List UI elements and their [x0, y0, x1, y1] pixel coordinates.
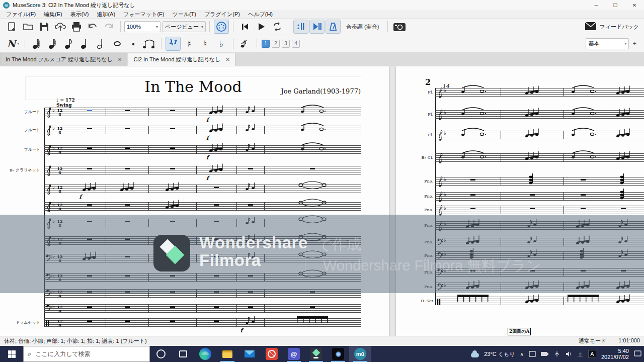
flat-button[interactable]: ♭ — [214, 37, 229, 51]
cortana-button[interactable] — [150, 346, 172, 362]
notes-group[interactable] — [207, 104, 225, 118]
staff-label[interactable]: Fl. — [398, 133, 433, 137]
notes-group[interactable] — [244, 141, 257, 154]
tab-close-icon[interactable]: ✕ — [118, 57, 122, 62]
duration-half-button[interactable] — [94, 37, 109, 51]
notes-group[interactable] — [523, 127, 541, 141]
dynamic-forte[interactable]: f — [240, 327, 243, 334]
staff-label[interactable]: Fl. — [398, 112, 433, 117]
notes-group[interactable] — [244, 104, 257, 117]
note-input-button[interactable]: N▾ — [6, 37, 21, 51]
natural-button[interactable]: ♮ — [198, 37, 213, 51]
play-repeats-toggle[interactable] — [309, 20, 325, 34]
dynamic-forte[interactable]: f — [206, 117, 209, 123]
notes-group[interactable] — [459, 106, 487, 120]
staff-label[interactable]: Pno. — [398, 179, 433, 184]
battery-icon[interactable] — [541, 351, 549, 356]
taskbar-explorer-button[interactable] — [216, 346, 238, 362]
rehearsal-annotation[interactable]: 2回目のA — [508, 328, 531, 335]
notes-group[interactable] — [569, 127, 597, 141]
feedback-button[interactable]: フィードバック — [585, 22, 639, 31]
menu-4[interactable]: フォーマット(F) — [119, 10, 168, 19]
notes-group[interactable] — [207, 162, 225, 176]
whole-measure-rest[interactable] — [470, 179, 475, 180]
loop-playback-button[interactable] — [270, 20, 285, 34]
whole-measure-rest[interactable] — [125, 110, 130, 111]
whole-measure-rest[interactable] — [248, 204, 253, 206]
task-view-button[interactable] — [172, 346, 194, 362]
whole-measure-rest[interactable] — [621, 208, 626, 209]
whole-measure-rest[interactable] — [214, 320, 219, 322]
whole-measure-rest[interactable] — [581, 194, 586, 196]
whole-measure-rest[interactable] — [581, 179, 586, 180]
notes-group[interactable] — [614, 149, 632, 163]
whole-measure-rest[interactable] — [170, 168, 175, 169]
notes-group[interactable] — [80, 180, 99, 195]
staff-label[interactable]: フルート — [5, 147, 40, 152]
notes-group[interactable] — [566, 293, 601, 306]
undo-button[interactable] — [85, 20, 100, 34]
ime-indicator[interactable]: A — [588, 350, 596, 358]
score-page-2[interactable]: 2 14 2回目のA Fl.♭Fl.♭Fl.♭B♭ Cl.Pno.♭Pno.♭P… — [396, 66, 644, 336]
notes-group[interactable] — [459, 84, 487, 98]
whole-measure-rest[interactable] — [87, 147, 92, 149]
staff[interactable] — [44, 166, 361, 174]
staff-label[interactable]: Pno. — [398, 208, 433, 212]
whole-measure-rest[interactable] — [581, 208, 586, 209]
duration-32nd-button[interactable] — [29, 37, 44, 51]
score-tab-1[interactable]: Cl2 In The Mood 繰り返し記号なし✕ — [128, 53, 235, 66]
staff-label[interactable]: B♭ Cl. — [398, 155, 433, 160]
play-button[interactable] — [254, 20, 269, 34]
taskbar-filmora-button[interactable] — [305, 346, 327, 362]
taskbar-atmenu-button[interactable]: @ — [283, 346, 305, 362]
whole-measure-rest[interactable] — [87, 204, 92, 206]
whole-measure-rest[interactable] — [125, 128, 130, 129]
staff[interactable] — [435, 177, 644, 186]
notes-group[interactable] — [207, 122, 225, 136]
taskbar-darkapp-button[interactable] — [327, 346, 349, 362]
whole-measure-rest[interactable] — [248, 306, 253, 308]
notes-group[interactable] — [455, 293, 491, 306]
notes-group[interactable] — [164, 180, 182, 195]
whole-measure-rest[interactable] — [125, 306, 130, 308]
maximize-button[interactable]: ☐ — [606, 0, 625, 10]
menu-0[interactable]: ファイル(F) — [2, 10, 40, 19]
whole-measure-rest[interactable] — [470, 194, 475, 196]
staff[interactable] — [435, 192, 644, 201]
duration-8th-button[interactable] — [61, 37, 76, 51]
minimize-button[interactable]: ─ — [587, 0, 606, 10]
duration-16th-button[interactable] — [45, 37, 60, 51]
open-button[interactable] — [21, 20, 36, 34]
whole-measure-rest[interactable] — [530, 194, 535, 196]
redo-button[interactable] — [101, 20, 116, 34]
menu-1[interactable]: 編集(E) — [40, 10, 66, 19]
tab-close-icon[interactable]: ✕ — [226, 57, 230, 62]
view-mode-select[interactable]: ページビュー▾ — [163, 21, 206, 32]
score-tab-0[interactable]: In The Mood フルスコア 繰り返し記号なし✕ — [0, 53, 127, 66]
concert-pitch-button[interactable]: 合奏調 (実音) — [341, 21, 384, 33]
palette-select[interactable]: 基本▾ — [586, 38, 629, 49]
save-button[interactable] — [37, 20, 52, 34]
notes-group[interactable] — [569, 149, 597, 163]
notes-group[interactable] — [459, 149, 487, 163]
notes-group[interactable] — [244, 180, 257, 194]
notes-group[interactable] — [523, 293, 541, 307]
notes-group[interactable] — [614, 84, 632, 98]
add-palette-button[interactable]: + — [629, 39, 640, 48]
notes-group[interactable] — [614, 293, 632, 307]
staff-label[interactable]: フルート — [5, 127, 40, 133]
notes-group[interactable] — [295, 314, 330, 327]
whole-measure-rest[interactable] — [530, 208, 535, 209]
staff-label[interactable]: B♭ クラリネット — [5, 167, 40, 173]
action-center-icon[interactable] — [634, 350, 642, 357]
whole-measure-rest[interactable] — [170, 128, 175, 129]
dynamic-forte[interactable]: f — [206, 175, 209, 182]
voice-2-button[interactable]: 2 — [272, 40, 280, 48]
midi-input-button[interactable] — [214, 20, 229, 34]
weather-icon[interactable] — [471, 351, 479, 357]
whole-measure-rest[interactable] — [170, 306, 175, 308]
whole-measure-rest[interactable] — [470, 208, 475, 209]
notes-group[interactable] — [164, 198, 182, 212]
dynamic-forte[interactable]: f — [206, 154, 209, 161]
notes-group[interactable] — [523, 149, 541, 163]
